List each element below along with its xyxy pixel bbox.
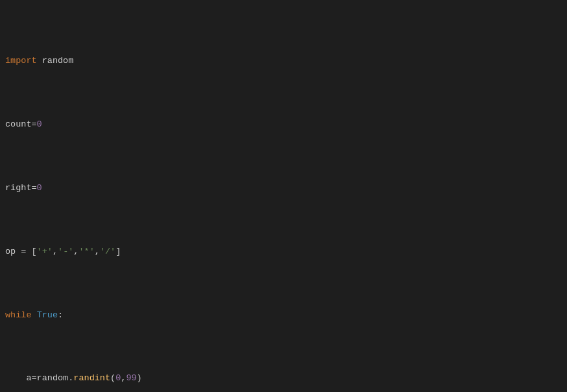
- code-line-3: right=0: [5, 182, 562, 195]
- code-line-2: count=0: [5, 118, 562, 131]
- code-line-5: while True:: [5, 309, 562, 322]
- code-editor: import random count=0 right=0 op = ['+',…: [0, 0, 567, 392]
- code-line-1: import random: [5, 55, 562, 67]
- code-line-4: op = ['+','-','*','/']: [5, 245, 562, 258]
- code-line-6: a=random.randint(0,99): [5, 372, 562, 385]
